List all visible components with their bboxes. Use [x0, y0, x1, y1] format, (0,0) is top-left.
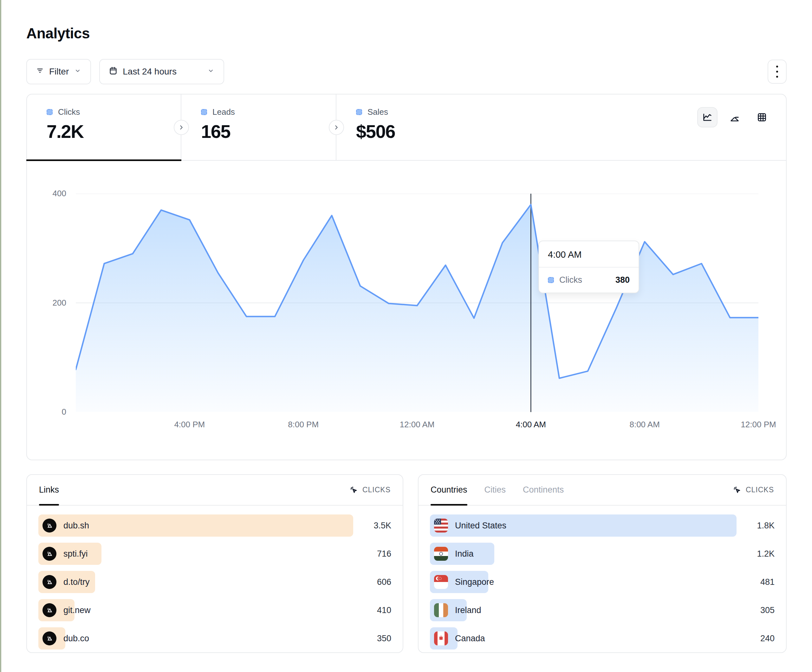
kebab-menu-icon [776, 66, 778, 68]
countries-panel: Countries Cities Continents CLICKS Unite… [418, 474, 786, 653]
chart-canvas[interactable] [76, 194, 758, 412]
dub-logo-icon [43, 603, 56, 617]
link-row[interactable]: d.to/try 606 [38, 571, 391, 593]
countries-metric-key[interactable]: CLICKS [733, 475, 774, 505]
page-title: Analytics [26, 25, 90, 42]
x-tick-label: 12:00 PM [741, 420, 776, 430]
chevron-right-icon [333, 124, 340, 131]
expand-clicks-chip[interactable] [174, 120, 189, 135]
metric-label: Clicks [58, 107, 80, 117]
flag-ie-icon [434, 603, 448, 617]
link-row[interactable]: spti.fyi 716 [38, 543, 391, 565]
y-tick-label: 0 [28, 407, 66, 417]
analytics-card: Clicks 7.2K Leads 165 Sales $506 [26, 94, 786, 460]
links-metric-key[interactable]: CLICKS [350, 475, 391, 505]
metric-label: Leads [212, 107, 235, 117]
tab-countries[interactable]: Countries [431, 475, 467, 505]
tooltip-time: 4:00 AM [539, 241, 638, 268]
link-label: d.to/try [63, 577, 90, 587]
tab-continents[interactable]: Continents [523, 475, 564, 505]
dub-logo-icon [43, 518, 56, 532]
toolbar: Filter Last 24 hours [26, 59, 786, 84]
metric-value: 165 [201, 121, 336, 142]
tab-links[interactable]: Links [39, 475, 59, 505]
funnel-icon [729, 112, 740, 123]
line-chart-view-button[interactable] [697, 107, 718, 128]
link-row[interactable]: dub.co 350 [38, 627, 391, 650]
leads-legend-swatch [201, 109, 207, 115]
country-clicks-value: 1.2K [737, 549, 774, 559]
cursor-click-icon [733, 486, 742, 495]
link-clicks-value: 606 [353, 577, 391, 587]
x-tick-label: 8:00 PM [288, 420, 319, 430]
tooltip-series-swatch [548, 277, 554, 283]
more-options-button[interactable] [768, 60, 786, 84]
dub-logo-icon [43, 631, 56, 645]
link-clicks-value: 716 [353, 549, 391, 559]
link-clicks-value: 3.5K [353, 521, 391, 530]
country-clicks-value: 1.8K [737, 521, 774, 530]
filter-button-label: Filter [49, 67, 69, 77]
country-row[interactable]: Canada 240 [430, 627, 774, 650]
flag-us-icon [434, 518, 448, 532]
country-row[interactable]: India 1.2K [430, 543, 774, 565]
country-row[interactable]: Singapore 481 [430, 571, 774, 593]
flag-in-icon [434, 547, 448, 561]
calendar-icon [109, 66, 118, 77]
tab-clicks[interactable]: Clicks 7.2K [27, 94, 181, 160]
link-label: git.new [63, 605, 91, 615]
grid-icon [757, 112, 767, 123]
link-label: dub.co [63, 634, 89, 643]
tab-cities[interactable]: Cities [484, 475, 506, 505]
link-row[interactable]: git.new 410 [38, 599, 391, 621]
metrics-row: Clicks 7.2K Leads 165 Sales $506 [27, 94, 786, 161]
chart-tooltip: 4:00 AM Clicks 380 [538, 240, 639, 293]
chevron-right-icon [178, 124, 185, 131]
country-label: Ireland [455, 605, 481, 615]
metric-label: Sales [367, 107, 388, 117]
filter-button[interactable]: Filter [26, 59, 91, 84]
clicks-area-chart[interactable]: 0200400 4:00 AM Clicks 380 [76, 194, 757, 412]
x-tick-label: 8:00 AM [629, 420, 660, 430]
chevron-down-icon [207, 67, 215, 77]
country-clicks-value: 305 [737, 605, 774, 615]
filter-icon [36, 67, 44, 77]
metric-value: 7.2K [47, 121, 181, 142]
tooltip-series-label: Clicks [559, 275, 582, 285]
link-clicks-value: 350 [353, 634, 391, 643]
line-chart-icon [702, 112, 713, 123]
sales-legend-swatch [356, 109, 362, 115]
cursor-click-icon [350, 486, 358, 495]
tab-leads[interactable]: Leads 165 [181, 94, 336, 160]
x-tick-label: 4:00 AM [516, 420, 546, 430]
link-label: spti.fyi [63, 549, 88, 559]
x-axis: 4:00 PM8:00 PM12:00 AM4:00 AM8:00 AM12:0… [76, 412, 757, 434]
dub-logo-icon [43, 575, 56, 589]
chart-view-toggles [697, 107, 772, 128]
country-clicks-value: 481 [737, 577, 774, 587]
tooltip-value: 380 [616, 275, 630, 285]
expand-leads-chip[interactable] [329, 120, 344, 135]
dub-logo-icon [43, 547, 56, 561]
country-label: United States [455, 521, 507, 530]
chevron-down-icon [74, 67, 82, 77]
date-range-button[interactable]: Last 24 hours [99, 59, 224, 84]
funnel-view-button[interactable] [725, 107, 745, 128]
clicks-legend-swatch [47, 109, 53, 115]
country-label: Singapore [455, 577, 494, 587]
country-label: Canada [455, 634, 485, 643]
page-edge-stripe [0, 0, 1, 672]
y-tick-label: 400 [28, 189, 66, 198]
table-view-button[interactable] [752, 107, 772, 128]
country-row[interactable]: United States 1.8K [430, 515, 774, 537]
x-tick-label: 4:00 PM [174, 420, 205, 430]
country-row[interactable]: Ireland 305 [430, 599, 774, 621]
link-row[interactable]: dub.sh 3.5K [38, 515, 391, 537]
country-label: India [455, 549, 474, 559]
date-range-label: Last 24 hours [123, 67, 177, 77]
link-clicks-value: 410 [353, 605, 391, 615]
flag-sg-icon [434, 575, 448, 589]
links-panel: Links CLICKS dub.sh 3.5K [26, 474, 403, 653]
active-tab-underline [26, 159, 181, 161]
flag-ca-icon [434, 631, 448, 645]
